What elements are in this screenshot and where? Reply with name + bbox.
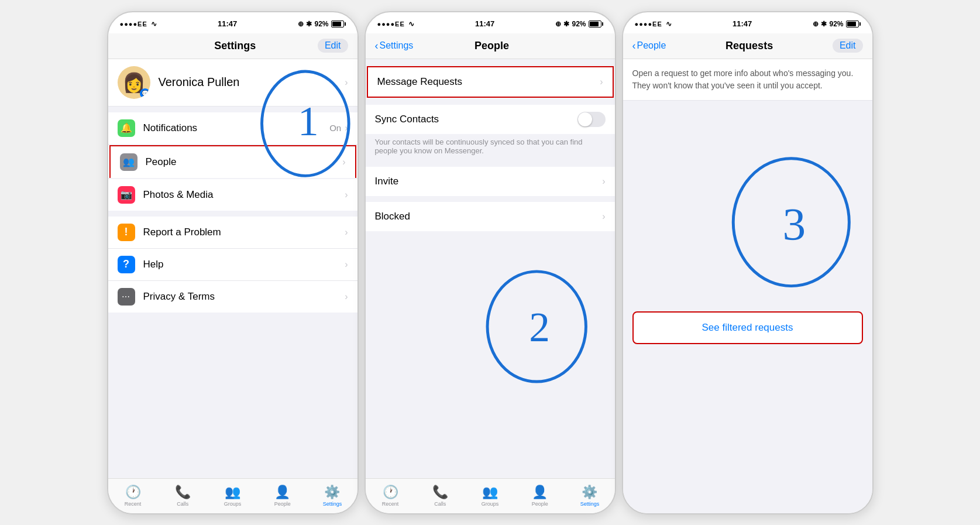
phone-3: ●●●●EE ∿ 11:47 ⊕ ✱ 92% ‹ People Requests… <box>622 11 874 514</box>
tab-groups-icon-1: 👥 <box>225 485 240 500</box>
bluetooth-icon-2: ✱ <box>563 20 569 28</box>
report-item[interactable]: ! Report a Problem › <box>108 217 357 249</box>
time-3: 11:47 <box>733 19 752 28</box>
notifications-value: On <box>329 123 341 133</box>
notifications-chevron: › <box>345 123 348 133</box>
battery-icon-1 <box>331 20 346 28</box>
report-icon: ! <box>118 224 135 241</box>
profile-name: Veronica Pullen <box>159 76 345 89</box>
battery-pct-3: 92% <box>829 20 843 28</box>
time-2: 11:47 <box>475 19 494 28</box>
photos-chevron: › <box>345 190 348 200</box>
invite-label: Invite <box>375 176 603 187</box>
tab-groups-label-2: Groups <box>482 501 499 507</box>
help-chevron: › <box>345 259 348 270</box>
tab-calls-1[interactable]: 📞 Calls <box>158 479 208 513</box>
report-chevron: › <box>345 227 348 238</box>
edit-button-1[interactable]: Edit <box>318 39 348 53</box>
profile-cell[interactable]: 👩 💬 Veronica Pullen › <box>108 59 357 107</box>
sync-item[interactable]: Sync Contacts <box>366 105 615 134</box>
blocked-chevron: › <box>602 211 605 222</box>
gray-area <box>623 101 872 300</box>
tab-calls-icon-1: 📞 <box>175 485 191 500</box>
status-bar-2: ●●●●EE ∿ 11:47 ⊕ ✱ 92% <box>366 12 615 33</box>
help-icon: ? <box>118 256 135 273</box>
privacy-label: Privacy & Terms <box>143 291 345 303</box>
notifications-label: Notifications <box>143 122 330 134</box>
help-label: Help <box>143 259 345 270</box>
tab-groups-2[interactable]: 👥 Groups <box>465 479 515 513</box>
misc-section: ! Report a Problem › ? Help › ⋯ Privacy … <box>108 217 357 313</box>
privacy-icon: ⋯ <box>118 288 135 306</box>
content-3: Open a request to get more info about wh… <box>623 59 872 513</box>
main-container: ●●●●EE ∿ 11:47 ⊕ ✱ 92% Settings Edit <box>0 0 980 525</box>
tab-people-icon-1: 👤 <box>274 485 290 500</box>
tab-people-2[interactable]: 👤 People <box>515 479 565 513</box>
back-button-2[interactable]: ‹ Settings <box>375 40 414 52</box>
tab-recent-2[interactable]: 🕐 Recent <box>366 479 415 513</box>
tab-bar-2: 🕐 Recent 📞 Calls 👥 Groups 👤 People ⚙️ Se… <box>366 478 615 513</box>
people-label: People <box>146 156 343 168</box>
nav-title-3: Requests <box>666 40 833 52</box>
back-label-3: People <box>637 40 666 51</box>
back-button-3[interactable]: ‹ People <box>632 40 666 52</box>
tab-settings-1[interactable]: ⚙️ Settings <box>307 479 357 513</box>
tab-calls-icon-2: 📞 <box>432 485 448 500</box>
info-text: Open a request to get more info about wh… <box>623 59 872 101</box>
people-icon: 👥 <box>120 153 137 171</box>
phone-1: ●●●●EE ∿ 11:47 ⊕ ✱ 92% Settings Edit <box>107 11 359 514</box>
sync-sub-text: Your contacts will be continuously synce… <box>366 134 615 161</box>
tab-settings-label-2: Settings <box>580 501 600 507</box>
tab-recent-icon-1: 🕐 <box>125 485 141 500</box>
photos-item[interactable]: 📷 Photos & Media › <box>108 179 357 211</box>
edit-button-3[interactable]: Edit <box>833 39 863 53</box>
notifications-icon: 🔔 <box>118 119 135 137</box>
privacy-chevron: › <box>345 291 348 302</box>
tab-settings-2[interactable]: ⚙️ Settings <box>565 479 614 513</box>
battery-pct-1: 92% <box>314 20 328 28</box>
nav-bar-1: Settings Edit <box>108 33 357 59</box>
sync-toggle[interactable] <box>577 112 606 127</box>
tab-people-label-2: People <box>532 501 548 507</box>
wifi-icon-1: ∿ <box>151 20 157 28</box>
message-requests-label: Message Requests <box>377 76 600 88</box>
report-label: Report a Problem <box>143 227 345 238</box>
blocked-item[interactable]: Blocked › <box>366 202 615 231</box>
notifications-item[interactable]: 🔔 Notifications On › <box>108 112 357 144</box>
battery-pct-2: 92% <box>572 20 586 28</box>
tab-settings-label-1: Settings <box>323 501 342 507</box>
tab-groups-1[interactable]: 👥 Groups <box>208 479 257 513</box>
notifications-section: 🔔 Notifications On › <box>108 112 357 144</box>
see-filtered-button[interactable]: See filtered requests <box>632 311 863 344</box>
privacy-item[interactable]: ⋯ Privacy & Terms › <box>108 281 357 313</box>
blocked-section: Blocked › <box>366 202 615 231</box>
sync-label: Sync Contacts <box>375 114 577 125</box>
tab-bar-1: 🕐 Recent 📞 Calls 👥 Groups 👤 People ⚙️ Se… <box>108 478 357 513</box>
wifi-icon-3: ∿ <box>666 20 672 28</box>
status-bar-1: ●●●●EE ∿ 11:47 ⊕ ✱ 92% <box>108 12 357 33</box>
carrier-2: ●●●●EE <box>377 20 405 28</box>
blocked-label: Blocked <box>375 211 603 222</box>
battery-icon-2 <box>589 20 603 28</box>
avatar: 👩 💬 <box>118 66 150 99</box>
status-bar-3: ●●●●EE ∿ 11:47 ⊕ ✱ 92% <box>623 12 872 33</box>
help-item[interactable]: ? Help › <box>108 249 357 281</box>
tab-calls-2[interactable]: 📞 Calls <box>415 479 465 513</box>
photos-label: Photos & Media <box>143 189 345 201</box>
toggle-knob <box>578 112 592 126</box>
nav-bar-2: ‹ Settings People <box>366 33 615 59</box>
tab-recent-1[interactable]: 🕐 Recent <box>108 479 158 513</box>
back-arrow-2: ‹ <box>375 40 379 52</box>
invite-item[interactable]: Invite › <box>366 167 615 196</box>
wifi-icon-2: ∿ <box>408 20 414 28</box>
message-requests-item[interactable]: Message Requests › <box>368 67 613 97</box>
carrier-3: ●●●●EE <box>635 20 662 28</box>
battery-icon-3 <box>846 20 861 28</box>
tab-recent-icon-2: 🕐 <box>383 485 398 500</box>
people-item[interactable]: 👥 People › <box>109 145 356 178</box>
tab-people-1[interactable]: 👤 People <box>257 479 307 513</box>
profile-chevron: › <box>345 77 348 88</box>
tab-recent-label-2: Recent <box>382 501 399 507</box>
bluetooth-icon-3: ✱ <box>821 20 827 28</box>
content-2: Message Requests › Sync Contacts Your co… <box>366 59 615 478</box>
